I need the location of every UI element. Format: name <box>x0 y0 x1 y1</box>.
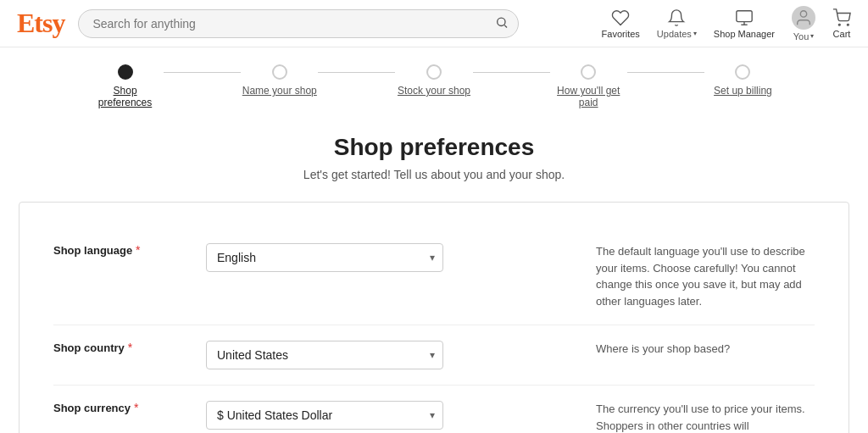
updates-chevron: ▾ <box>693 30 697 37</box>
country-select-wrapper: United States United Kingdom Canada Aust… <box>206 341 443 369</box>
currency-label: Shop currency <box>53 402 131 414</box>
svg-rect-2 <box>737 10 752 21</box>
page-subtitle: Let's get started! Tell us about you and… <box>19 168 849 181</box>
step-set-billing[interactable]: Set up billing <box>704 64 782 97</box>
currency-help: The currency you'll use to price your it… <box>596 401 815 433</box>
nav-shop-manager[interactable]: Shop Manager <box>714 8 775 39</box>
currency-label-wrap: Shop currency * <box>53 401 206 414</box>
step-circle-5 <box>735 64 750 80</box>
step-connector-2 <box>318 72 395 73</box>
svg-point-6 <box>838 24 840 25</box>
language-label-wrap: Shop language * <box>53 243 206 257</box>
cart-label: Cart <box>833 29 851 39</box>
country-label: Shop country <box>53 341 125 354</box>
you-label: You <box>793 31 810 42</box>
step-name-shop[interactable]: Name your shop <box>241 64 318 97</box>
svg-point-0 <box>498 18 505 25</box>
currency-select-wrap: $ United States Dollar £ British Pound €… <box>206 401 443 430</box>
step-connector-4 <box>627 72 704 73</box>
you-chevron: ▾ <box>810 32 814 40</box>
language-select-wrapper: English French German Spanish ▾ <box>206 243 443 272</box>
updates-label-wrap: Updates ▾ <box>657 29 697 39</box>
country-help: Where is your shop based? <box>596 341 815 358</box>
step-circle-3 <box>426 64 442 80</box>
currency-select[interactable]: $ United States Dollar £ British Pound €… <box>206 401 443 430</box>
nav-cart[interactable]: Cart <box>832 8 851 39</box>
country-select-wrap: United States United Kingdom Canada Aust… <box>206 341 443 369</box>
search-input[interactable] <box>78 9 519 38</box>
progress-section: Shop preferences Name your shop Stock yo… <box>0 47 868 117</box>
currency-row: Shop currency * $ United States Dollar £… <box>53 386 815 433</box>
progress-steps: Shop preferences Name your shop Stock yo… <box>86 64 782 108</box>
language-select[interactable]: English French German Spanish <box>206 243 443 272</box>
search-bar <box>78 9 519 38</box>
avatar <box>792 6 815 30</box>
step-connector-1 <box>164 72 241 73</box>
nav-favorites[interactable]: Favorites <box>602 8 640 39</box>
step-circle-1 <box>118 64 133 80</box>
language-select-wrap: English French German Spanish ▾ <box>206 243 443 272</box>
step-connector-3 <box>473 72 550 73</box>
country-row: Shop country * United States United King… <box>53 325 815 386</box>
language-required: * <box>136 243 140 257</box>
language-help: The default language you'll use to descr… <box>596 243 815 309</box>
step-label-5: Set up billing <box>714 85 772 97</box>
currency-select-wrapper: $ United States Dollar £ British Pound €… <box>206 401 443 430</box>
step-get-paid[interactable]: How you'll get paid <box>550 64 627 108</box>
country-select[interactable]: United States United Kingdom Canada Aust… <box>206 341 443 369</box>
nav-updates[interactable]: Updates ▾ <box>657 8 697 39</box>
step-label-3: Stock your shop <box>398 85 470 97</box>
step-label-4: How you'll get paid <box>550 85 627 108</box>
form-card: Shop language * English French German Sp… <box>19 202 849 433</box>
header-nav: Favorites Updates ▾ Shop Manager You ▾ C… <box>602 6 851 42</box>
country-label-wrap: Shop country * <box>53 341 206 354</box>
header: Etsy Favorites Updates ▾ Shop Manager <box>0 0 868 47</box>
etsy-logo[interactable]: Etsy <box>17 8 64 39</box>
shop-manager-label: Shop Manager <box>714 29 775 39</box>
step-circle-2 <box>272 64 287 80</box>
main-content: Shop preferences Let's get started! Tell… <box>2 117 866 433</box>
country-required: * <box>128 341 132 354</box>
step-shop-preferences[interactable]: Shop preferences <box>86 64 164 108</box>
updates-label: Updates <box>657 29 692 39</box>
step-label-1: Shop preferences <box>86 85 164 108</box>
you-label-wrap: You ▾ <box>793 31 815 42</box>
language-label: Shop language <box>53 244 132 257</box>
currency-required: * <box>134 401 138 414</box>
page-title: Shop preferences <box>19 134 849 161</box>
step-stock-shop[interactable]: Stock your shop <box>395 64 472 97</box>
svg-point-7 <box>847 24 849 25</box>
nav-you[interactable]: You ▾ <box>792 6 815 42</box>
language-row: Shop language * English French German Sp… <box>53 228 815 325</box>
svg-line-1 <box>505 25 508 27</box>
step-circle-4 <box>581 64 596 80</box>
step-label-2: Name your shop <box>242 85 317 97</box>
favorites-label: Favorites <box>602 29 640 39</box>
search-icon[interactable] <box>495 15 509 31</box>
svg-point-5 <box>800 10 806 16</box>
